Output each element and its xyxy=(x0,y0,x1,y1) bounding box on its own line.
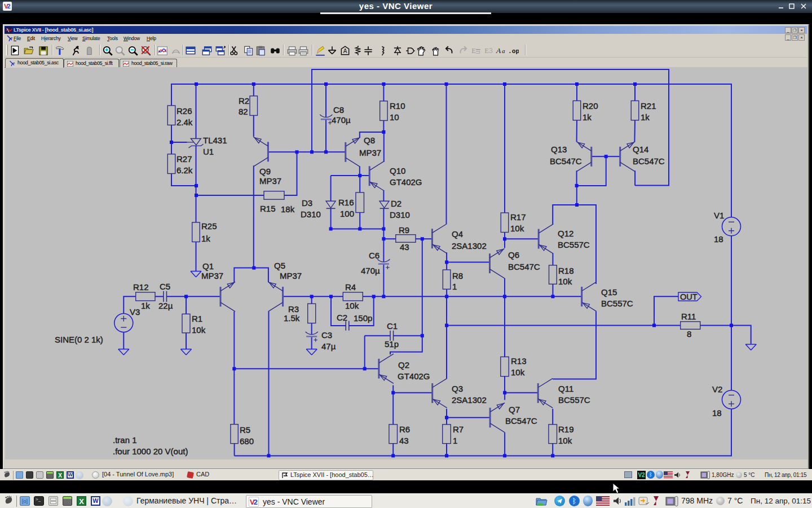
svg-text:V1: V1 xyxy=(714,211,724,220)
svg-text:10k: 10k xyxy=(345,301,359,310)
svg-text:MP37: MP37 xyxy=(259,176,281,186)
svg-text:1k: 1k xyxy=(582,112,592,122)
svg-text:2SA1302: 2SA1302 xyxy=(452,241,487,251)
svg-text:C3: C3 xyxy=(321,330,332,340)
svg-text:1: 1 xyxy=(452,282,457,291)
svg-text:R21: R21 xyxy=(641,101,656,111)
svg-text:BC557C: BC557C xyxy=(558,240,590,249)
svg-text:R18: R18 xyxy=(558,266,574,275)
svg-text:R11: R11 xyxy=(681,312,696,321)
svg-text:R6: R6 xyxy=(399,424,410,434)
svg-text:GT402G: GT402G xyxy=(390,177,422,187)
svg-text:TL431: TL431 xyxy=(203,135,227,145)
svg-text:R25: R25 xyxy=(201,221,217,231)
svg-text:BC547C: BC547C xyxy=(633,156,665,166)
svg-text:10k: 10k xyxy=(192,325,206,335)
svg-text:Q6: Q6 xyxy=(508,250,519,260)
svg-text:C1: C1 xyxy=(387,321,398,331)
svg-text:82: 82 xyxy=(239,107,248,116)
svg-text:R2: R2 xyxy=(239,96,249,106)
svg-text:Q15: Q15 xyxy=(601,287,617,297)
svg-text:43: 43 xyxy=(400,242,409,252)
svg-text:OUT: OUT xyxy=(680,292,698,301)
svg-text:18: 18 xyxy=(712,408,722,418)
svg-text:V2: V2 xyxy=(712,384,722,394)
svg-text:100: 100 xyxy=(340,209,354,218)
svg-text:Q8: Q8 xyxy=(364,135,375,145)
svg-text:Q3: Q3 xyxy=(452,384,463,393)
svg-text:Q14: Q14 xyxy=(633,144,648,154)
svg-text:GT402G: GT402G xyxy=(398,371,430,381)
svg-text:10k: 10k xyxy=(510,224,524,233)
svg-text:10k: 10k xyxy=(558,277,572,286)
svg-text:470µ: 470µ xyxy=(361,266,380,275)
svg-text:22µ: 22µ xyxy=(158,301,173,310)
svg-text:R8: R8 xyxy=(452,271,463,281)
svg-text:1k: 1k xyxy=(141,301,150,310)
svg-text:C2: C2 xyxy=(337,313,347,322)
svg-text:R13: R13 xyxy=(511,356,527,366)
svg-text:R12: R12 xyxy=(133,282,149,292)
svg-text:Q2: Q2 xyxy=(398,360,409,370)
svg-text:MP37: MP37 xyxy=(201,271,223,281)
svg-text:R7: R7 xyxy=(453,424,464,434)
svg-text:150p: 150p xyxy=(354,313,372,323)
svg-text:C8: C8 xyxy=(333,105,344,115)
svg-text:R5: R5 xyxy=(240,425,250,435)
svg-text:BC547C: BC547C xyxy=(550,156,582,166)
svg-text:.four 1000 20 V(out): .four 1000 20 V(out) xyxy=(113,446,188,456)
svg-text:Q1: Q1 xyxy=(202,261,214,271)
svg-text:R17: R17 xyxy=(510,212,526,222)
svg-text:R19: R19 xyxy=(558,424,574,434)
svg-text:C6: C6 xyxy=(369,251,379,260)
svg-text:R4: R4 xyxy=(345,282,356,292)
svg-text:10k: 10k xyxy=(511,367,525,377)
svg-text:SINE(0 2 1k): SINE(0 2 1k) xyxy=(55,335,103,344)
svg-text:R20: R20 xyxy=(582,101,598,111)
svg-text:MP37: MP37 xyxy=(280,271,302,281)
svg-text:2.4k: 2.4k xyxy=(176,117,193,127)
svg-text:1k: 1k xyxy=(641,112,650,122)
svg-text:18k: 18k xyxy=(281,204,295,214)
svg-text:10k: 10k xyxy=(558,436,572,445)
svg-text:2SA1302: 2SA1302 xyxy=(452,395,487,405)
svg-text:51p: 51p xyxy=(385,339,399,349)
svg-text:V3: V3 xyxy=(130,307,140,317)
svg-text:Q12: Q12 xyxy=(558,229,573,238)
svg-text:8: 8 xyxy=(687,329,691,339)
svg-text:C5: C5 xyxy=(160,282,170,291)
svg-text:Q9: Q9 xyxy=(259,167,271,176)
svg-text:47µ: 47µ xyxy=(321,341,336,351)
svg-text:470µ: 470µ xyxy=(332,115,351,125)
svg-text:Q4: Q4 xyxy=(452,229,463,239)
svg-text:D3: D3 xyxy=(302,198,312,208)
svg-text:R9: R9 xyxy=(399,225,409,235)
svg-text:R15: R15 xyxy=(260,204,276,213)
svg-text:BC547C: BC547C xyxy=(505,416,537,426)
svg-text:R10: R10 xyxy=(390,101,405,111)
svg-text:Q13: Q13 xyxy=(551,144,567,154)
svg-text:R16: R16 xyxy=(338,198,354,207)
svg-text:1: 1 xyxy=(453,436,457,445)
svg-text:BC557C: BC557C xyxy=(558,395,590,405)
svg-text:18: 18 xyxy=(714,234,723,244)
svg-text:D2: D2 xyxy=(391,199,401,208)
svg-text:Q5: Q5 xyxy=(274,261,285,270)
svg-text:BC547C: BC547C xyxy=(508,262,540,271)
svg-text:MP37: MP37 xyxy=(359,148,381,157)
svg-text:Q11: Q11 xyxy=(558,384,573,393)
svg-text:U1: U1 xyxy=(203,147,214,156)
svg-text:680: 680 xyxy=(240,436,254,446)
svg-text:R1: R1 xyxy=(192,314,202,323)
svg-text:R26: R26 xyxy=(176,106,192,116)
svg-text:1k: 1k xyxy=(201,234,210,243)
svg-text:Q7: Q7 xyxy=(509,405,520,414)
svg-text:R27: R27 xyxy=(176,154,192,164)
svg-text:43: 43 xyxy=(399,436,409,445)
svg-text:BC557C: BC557C xyxy=(601,299,633,308)
svg-text:6.2k: 6.2k xyxy=(176,165,193,175)
svg-text:D310: D310 xyxy=(301,209,321,219)
svg-text:.tran 1: .tran 1 xyxy=(113,435,137,445)
svg-text:1.5k: 1.5k xyxy=(284,313,300,323)
svg-text:Q10: Q10 xyxy=(390,166,405,176)
